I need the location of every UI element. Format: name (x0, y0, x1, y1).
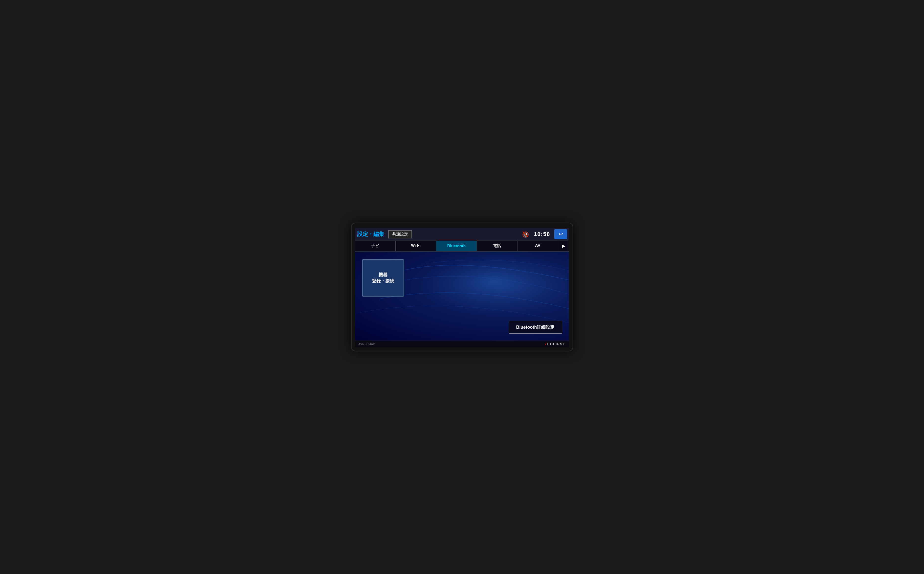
tab-navi[interactable]: ナビ (355, 241, 396, 251)
device-register-line2: 登録・接続 (372, 278, 394, 284)
header-time: 10:58 (534, 231, 550, 237)
tab-bar: ナビ Wi-Fi Bluetooth 電話 AV ▶ (355, 241, 569, 252)
device-register-line1: 機器 (379, 272, 388, 278)
bluetooth-detail-label: Bluetooth詳細設定 (516, 325, 555, 330)
back-arrow-icon: ↩ (558, 231, 563, 237)
device-frame: 設定・編集 共通設定 📵 10:58 ↩ ナビ Wi-Fi (351, 222, 574, 352)
bluetooth-detail-button[interactable]: Bluetooth詳細設定 (509, 321, 562, 334)
header-common-setting-label[interactable]: 共通設定 (388, 230, 412, 238)
tab-phone[interactable]: 電話 (477, 241, 517, 251)
tab-bluetooth[interactable]: Bluetooth (436, 241, 477, 251)
eclipse-logo: / ECLIPSE (545, 342, 566, 346)
model-number: AVN-Z04iW (358, 342, 375, 345)
header-title: 設定・編集 (357, 230, 384, 238)
main-content: 機器 登録・接続 Bluetooth詳細設定 (355, 252, 569, 341)
header-bar: 設定・編集 共通設定 📵 10:58 ↩ (355, 228, 569, 241)
phone-disabled-icon: 📵 (521, 230, 530, 239)
eclipse-brand-name: ECLIPSE (547, 342, 566, 346)
tab-more[interactable]: ▶ (558, 241, 569, 251)
device-register-button[interactable]: 機器 登録・接続 (362, 259, 404, 296)
footer-bar: AVN-Z04iW / ECLIPSE (355, 341, 569, 347)
tab-av[interactable]: AV (517, 241, 558, 251)
eclipse-slash-icon: / (545, 342, 547, 346)
back-button[interactable]: ↩ (554, 229, 567, 239)
screen: 設定・編集 共通設定 📵 10:58 ↩ ナビ Wi-Fi (355, 228, 569, 347)
tab-wifi[interactable]: Wi-Fi (396, 241, 436, 251)
